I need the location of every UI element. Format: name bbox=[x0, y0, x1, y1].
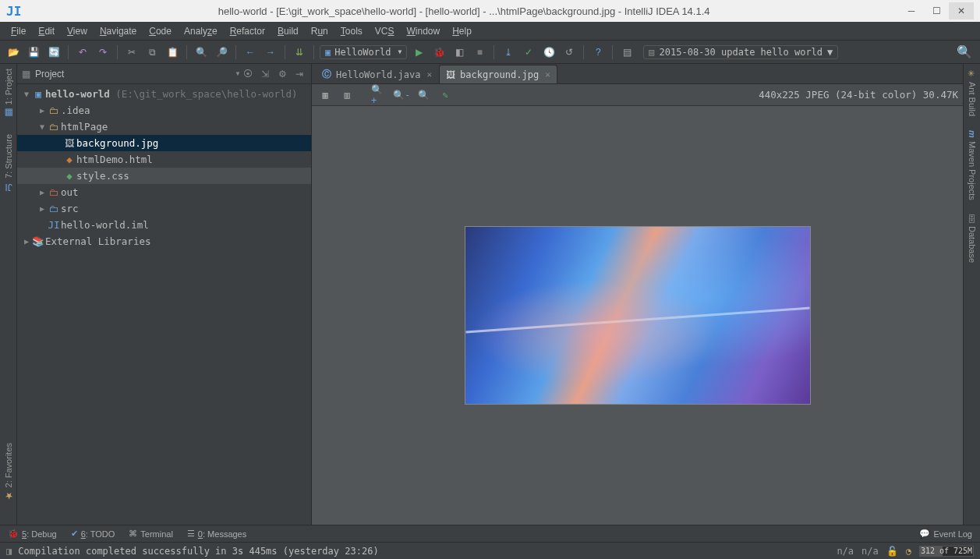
stop-icon[interactable]: ■ bbox=[471, 44, 488, 61]
css-file-icon: ◆ bbox=[62, 170, 76, 182]
tool-messages[interactable]: ☰0: Messages bbox=[187, 529, 246, 539]
tree-external-libraries[interactable]: ▶ 📚 External Libraries bbox=[17, 233, 311, 249]
vcs-commit-icon[interactable]: ✓ bbox=[520, 44, 537, 61]
maximize-button[interactable]: ☐ bbox=[924, 2, 949, 19]
tree-file-iml[interactable]: JI hello-world.iml bbox=[17, 217, 311, 233]
menu-file[interactable]: File bbox=[5, 24, 32, 38]
vcs-history-icon[interactable]: 🕓 bbox=[540, 44, 557, 61]
zoom-actual-icon[interactable]: 🔍 bbox=[415, 87, 432, 104]
expand-arrow-icon[interactable]: ▶ bbox=[37, 106, 47, 115]
scroll-to-source-icon[interactable]: ⦿ bbox=[241, 69, 255, 80]
menu-vcs[interactable]: VCS bbox=[369, 24, 401, 38]
project-panel-title[interactable]: Project bbox=[35, 69, 232, 80]
minimize-button[interactable]: ─ bbox=[899, 2, 924, 19]
editor-area: Ⓒ HelloWorld.java ✕ 🖼 background.jpg ✕ ▦… bbox=[312, 64, 963, 525]
tree-folder-idea[interactable]: ▶ 🗀 .idea bbox=[17, 102, 311, 119]
tool-ant-build[interactable]: ✳Ant Build bbox=[967, 69, 977, 116]
expand-arrow-icon[interactable]: ▶ bbox=[37, 188, 47, 196]
iml-file-icon: JI bbox=[47, 219, 61, 231]
close-button[interactable]: ✕ bbox=[949, 2, 974, 19]
chevron-down-icon[interactable]: ▼ bbox=[235, 70, 241, 77]
tool-todo[interactable]: ✔6: TODO bbox=[71, 529, 115, 539]
save-all-icon[interactable]: 💾 bbox=[25, 44, 42, 61]
project-tree[interactable]: ▼ ▣ hello-world (E:\git_work_space\hello… bbox=[17, 84, 311, 525]
tree-folder-src[interactable]: ▶ 🗀 src bbox=[17, 200, 311, 217]
expand-arrow-icon[interactable]: ▼ bbox=[22, 90, 31, 98]
tool-terminal[interactable]: ⌘Terminal bbox=[129, 529, 173, 539]
search-everywhere-icon[interactable]: 🔍 bbox=[957, 44, 972, 59]
tool-window-toggle-icon[interactable]: ◨ bbox=[6, 546, 12, 557]
tab-background-jpg[interactable]: 🖼 background.jpg ✕ bbox=[439, 65, 557, 83]
image-viewport[interactable] bbox=[312, 106, 963, 525]
paste-icon[interactable]: 📋 bbox=[164, 44, 181, 61]
find-icon[interactable]: 🔍 bbox=[193, 44, 210, 61]
memory-indicator[interactable]: 312 of 725M bbox=[919, 546, 974, 557]
tab-helloworld-java[interactable]: Ⓒ HelloWorld.java ✕ bbox=[315, 65, 439, 83]
back-icon[interactable]: ← bbox=[242, 44, 259, 61]
tool-structure[interactable]: JI7: Structure bbox=[4, 134, 13, 193]
tree-folder-out[interactable]: ▶ 🗀 out bbox=[17, 184, 311, 200]
tree-file-stylecss[interactable]: ◆ style.css bbox=[17, 168, 311, 184]
redo-icon[interactable]: ↷ bbox=[94, 44, 111, 61]
hide-icon[interactable]: ⇥ bbox=[292, 69, 306, 80]
coverage-icon[interactable]: ◧ bbox=[451, 44, 468, 61]
menu-build[interactable]: Build bbox=[271, 24, 305, 38]
tool-event-log[interactable]: 💬Event Log bbox=[919, 529, 972, 539]
menu-edit[interactable]: Edit bbox=[32, 24, 61, 38]
main-toolbar: 📂 💾 🔄 ↶ ↷ ✂ ⧉ 📋 🔍 🔎 ← → ⇊ ▣ HelloWorld ▼… bbox=[0, 41, 980, 64]
tree-root[interactable]: ▼ ▣ hello-world (E:\git_work_space\hello… bbox=[17, 86, 311, 102]
project-structure-icon[interactable]: ▤ bbox=[618, 44, 635, 61]
close-tab-icon[interactable]: ✕ bbox=[545, 69, 550, 80]
sync-icon[interactable]: 🔄 bbox=[45, 44, 62, 61]
grid-icon[interactable]: ▥ bbox=[338, 87, 356, 104]
undo-icon[interactable]: ↶ bbox=[74, 44, 91, 61]
make-project-icon[interactable]: ⇊ bbox=[291, 44, 308, 61]
checker-bg-icon[interactable]: ▦ bbox=[317, 87, 334, 104]
vcs-changelist-selector[interactable]: ▤ 2015-08-30 update hello world ▼ bbox=[643, 45, 838, 59]
inspect-icon[interactable]: ◔ bbox=[906, 546, 911, 557]
close-tab-icon[interactable]: ✕ bbox=[426, 69, 432, 80]
lock-icon[interactable]: 🔓 bbox=[886, 546, 898, 557]
menu-run[interactable]: Run bbox=[305, 24, 334, 38]
menu-analyze[interactable]: Analyze bbox=[178, 24, 224, 38]
tool-maven[interactable]: mMaven Projects bbox=[968, 130, 977, 200]
expand-arrow-icon[interactable]: ▼ bbox=[37, 122, 47, 131]
replace-icon[interactable]: 🔎 bbox=[213, 44, 230, 61]
copy-icon[interactable]: ⧉ bbox=[143, 44, 161, 61]
tool-debug[interactable]: 🐞5: Debug bbox=[8, 529, 57, 539]
menu-window[interactable]: Window bbox=[400, 24, 446, 38]
vcs-revert-icon[interactable]: ↺ bbox=[561, 44, 578, 61]
tool-favorites[interactable]: ★2: Favorites bbox=[4, 443, 13, 501]
menu-view[interactable]: View bbox=[61, 24, 94, 38]
vcs-update-icon[interactable]: ⤓ bbox=[500, 44, 517, 61]
menu-help[interactable]: Help bbox=[446, 24, 478, 38]
tree-file-htmldemo[interactable]: ◆ htmlDemo.html bbox=[17, 151, 311, 168]
menu-navigate[interactable]: Navigate bbox=[94, 24, 143, 38]
menu-tools[interactable]: Tools bbox=[334, 24, 369, 38]
open-icon[interactable]: 📂 bbox=[5, 44, 22, 61]
tool-database[interactable]: 🗄Database bbox=[968, 214, 977, 263]
tool-project[interactable]: ▦1: Project bbox=[4, 69, 13, 119]
intellij-logo-icon: JI bbox=[6, 4, 21, 19]
expand-arrow-icon[interactable]: ▶ bbox=[37, 204, 47, 213]
tree-folder-htmlpage[interactable]: ▼ 🗀 htmlPage bbox=[17, 119, 311, 135]
run-icon[interactable]: ▶ bbox=[410, 44, 427, 61]
zoom-in-icon[interactable]: 🔍+ bbox=[371, 87, 388, 104]
expand-arrow-icon[interactable]: ▶ bbox=[22, 237, 31, 246]
menu-refactor[interactable]: Refactor bbox=[224, 24, 271, 38]
run-config-selector[interactable]: ▣ HelloWorld ▼ bbox=[320, 45, 407, 59]
source-folder-icon: 🗀 bbox=[47, 203, 61, 214]
help-icon[interactable]: ? bbox=[589, 44, 607, 61]
status-line-sep[interactable]: n/a bbox=[861, 546, 879, 557]
status-encoding[interactable]: n/a bbox=[837, 546, 854, 557]
menu-code[interactable]: Code bbox=[143, 24, 178, 38]
zoom-out-icon[interactable]: 🔍- bbox=[393, 87, 410, 104]
vcs-changelist-label: 2015-08-30 update hello world bbox=[660, 47, 823, 58]
collapse-all-icon[interactable]: ⇲ bbox=[258, 69, 272, 80]
debug-icon[interactable]: 🐞 bbox=[430, 44, 448, 61]
color-picker-icon[interactable]: ✎ bbox=[437, 87, 454, 104]
tree-file-background[interactable]: 🖼 background.jpg bbox=[17, 135, 311, 151]
gear-icon[interactable]: ⚙ bbox=[275, 69, 289, 80]
forward-icon[interactable]: → bbox=[262, 44, 279, 61]
cut-icon[interactable]: ✂ bbox=[123, 44, 140, 61]
